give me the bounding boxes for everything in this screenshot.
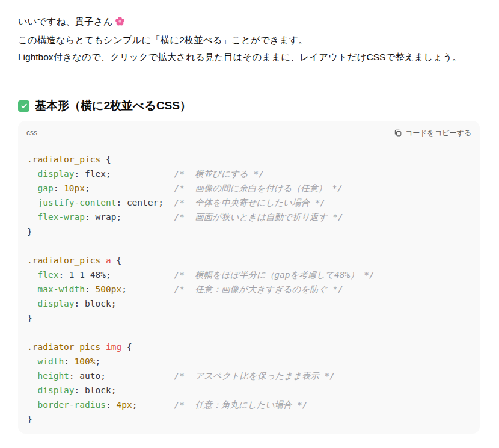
- copy-icon: [394, 129, 402, 137]
- code-language-label: css: [26, 129, 37, 137]
- divider: [18, 82, 480, 82]
- intro-line-1: いいですね、貴子さん: [18, 13, 480, 32]
- code-line: }: [27, 414, 32, 424]
- section-heading-text: 基本形（横に2枚並べるCSS）: [35, 98, 191, 114]
- copy-button-label: コードをコピーする: [405, 128, 471, 138]
- code-line: display: block;: [27, 385, 116, 395]
- code-line: display: block;: [27, 299, 116, 308]
- code-line: height: auto; /* アスペクト比を保ったまま表示 */: [27, 371, 335, 381]
- code-line: .radiator_pics a {: [27, 256, 121, 265]
- intro-text: いいですね、貴子さん この構造ならとてもシンプルに「横に2枚並べる」ことができま…: [18, 13, 480, 66]
- intro-line-3: Lightbox付きなので、クリックで拡大される見た目はそのままに、レイアウトだ…: [18, 49, 480, 66]
- section-heading: 基本形（横に2枚並べるCSS）: [18, 98, 480, 114]
- copy-code-button[interactable]: コードをコピーする: [394, 128, 471, 138]
- cherry-blossom-icon: [115, 15, 125, 32]
- code-line: }: [27, 313, 32, 323]
- intro-line-2: この構造ならとてもシンプルに「横に2枚並べる」ことができます。: [18, 32, 480, 49]
- check-mark-icon: [18, 100, 29, 112]
- code-line: width: 100%;: [27, 357, 100, 366]
- code-block: css コードをコピーする .radiator_pics { display: …: [18, 121, 480, 434]
- code-line: justify-content: center; /* 全体を中央寄せにしたい場…: [27, 198, 325, 207]
- code-content: .radiator_pics { display: flex; /* 横並びにす…: [18, 141, 480, 434]
- code-line: max-width: 500px; /* 任意：画像が大きすぎるのを防ぐ */: [27, 284, 343, 294]
- intro-line-1-text: いいですね、貴子さん: [18, 16, 113, 26]
- code-line: .radiator_pics img {: [27, 342, 132, 352]
- code-line: .radiator_pics {: [27, 155, 111, 164]
- code-line: flex-wrap: wrap; /* 画面が狭いときは自動で折り返す */: [27, 212, 343, 222]
- code-line: flex: 1 1 48%; /* 横幅をほぼ半分に（gapを考慮して48%） …: [27, 270, 375, 280]
- code-line: border-radius: 4px; /* 任意：角丸にしたい場合 */: [27, 400, 307, 410]
- chat-message: いいですね、貴子さん この構造ならとてもシンプルに「横に2枚並べる」ことができま…: [0, 0, 499, 434]
- code-line: gap: 10px; /* 画像の間に余白を付ける（任意） */: [27, 183, 343, 193]
- code-line: }: [27, 227, 32, 236]
- code-line: display: flex; /* 横並びにする */: [27, 169, 264, 179]
- code-block-header: css コードをコピーする: [18, 121, 480, 141]
